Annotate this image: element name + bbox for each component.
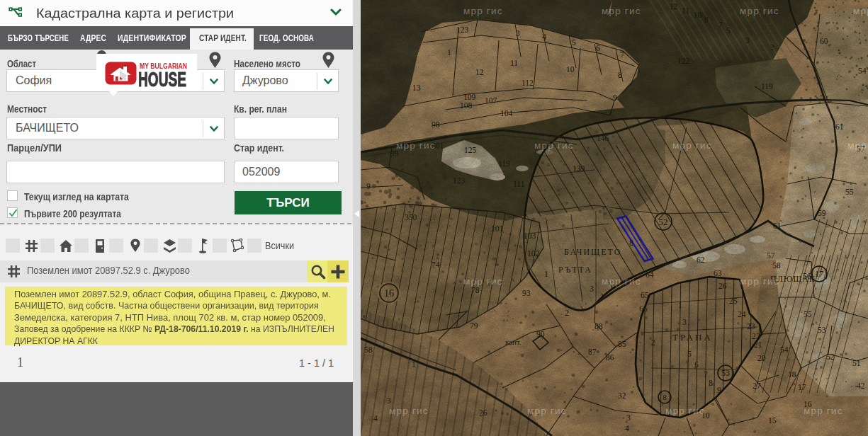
svg-text:3: 3 — [516, 29, 520, 38]
svg-text:мрр гис: мрр гис — [847, 140, 868, 151]
svg-text:53: 53 — [818, 326, 826, 334]
svg-text:мрр гис: мрр гис — [853, 6, 868, 16]
svg-text:9: 9 — [613, 93, 617, 102]
svg-text:мрр гис: мрр гис — [665, 406, 705, 416]
svg-text:61: 61 — [773, 222, 782, 230]
svg-text:3: 3 — [682, 318, 687, 326]
svg-text:54: 54 — [780, 345, 789, 354]
svg-text:8: 8 — [629, 239, 633, 247]
svg-text:64: 64 — [646, 270, 654, 279]
svg-text:9: 9 — [366, 182, 371, 190]
svg-text:123: 123 — [456, 25, 469, 34]
svg-text:51: 51 — [852, 359, 861, 367]
svg-text:6: 6 — [596, 44, 600, 52]
svg-text:88: 88 — [594, 322, 603, 331]
svg-text:кант.: кант. — [505, 338, 522, 346]
svg-text:85: 85 — [618, 340, 626, 348]
svg-text:13: 13 — [412, 84, 421, 92]
svg-text:5: 5 — [687, 350, 692, 358]
svg-text:57: 57 — [767, 251, 775, 260]
svg-text:10: 10 — [694, 11, 702, 19]
svg-text:мрр гис: мрр гис — [740, 6, 779, 16]
svg-text:62: 62 — [697, 256, 705, 264]
svg-text:78: 78 — [471, 286, 480, 294]
svg-text:3: 3 — [626, 413, 631, 422]
svg-text:4: 4 — [373, 414, 378, 423]
svg-text:87: 87 — [588, 348, 597, 356]
svg-text:7: 7 — [620, 50, 624, 59]
svg-text:мрр гис: мрр гис — [740, 276, 779, 287]
svg-text:74: 74 — [432, 260, 440, 269]
svg-text:2: 2 — [770, 43, 774, 52]
svg-text:107: 107 — [485, 96, 497, 105]
svg-text:58: 58 — [772, 261, 781, 270]
svg-text:90: 90 — [536, 330, 545, 338]
svg-text:55: 55 — [804, 310, 812, 319]
svg-text:26: 26 — [479, 408, 487, 417]
svg-text:17: 17 — [815, 269, 823, 279]
svg-text:17: 17 — [798, 383, 806, 391]
svg-text:3: 3 — [745, 36, 750, 45]
svg-text:3: 3 — [387, 396, 391, 405]
svg-text:мрр гис: мрр гис — [396, 140, 436, 151]
svg-text:2: 2 — [565, 309, 569, 317]
svg-text:54: 54 — [858, 67, 867, 75]
svg-text:55: 55 — [845, 188, 854, 196]
svg-text:11: 11 — [510, 59, 518, 67]
svg-text:ТРАПА: ТРАПА — [672, 332, 713, 343]
svg-text:5: 5 — [572, 38, 576, 47]
svg-text:16: 16 — [384, 288, 394, 299]
svg-text:мрр гис: мрр гис — [804, 406, 843, 416]
svg-text:53: 53 — [721, 368, 730, 378]
svg-text:БАЧИЩЕТО: БАЧИЩЕТО — [564, 247, 621, 257]
svg-text:мрр гис: мрр гис — [602, 276, 641, 287]
svg-text:мрр гис: мрр гис — [463, 276, 503, 287]
svg-text:1: 1 — [412, 360, 416, 369]
svg-text:350: 350 — [405, 213, 417, 222]
svg-text:101: 101 — [491, 224, 504, 233]
svg-text:103: 103 — [524, 231, 536, 240]
svg-text:1: 1 — [544, 270, 548, 278]
svg-text:8: 8 — [704, 16, 709, 24]
svg-text:22: 22 — [752, 332, 760, 340]
svg-text:4: 4 — [542, 33, 546, 41]
svg-text:мрр гис: мрр гис — [672, 140, 712, 151]
svg-text:15: 15 — [768, 416, 777, 425]
svg-text:10: 10 — [566, 65, 575, 74]
svg-text:93: 93 — [522, 289, 531, 297]
svg-text:52: 52 — [826, 352, 835, 361]
svg-text:102: 102 — [527, 249, 540, 258]
svg-text:104: 104 — [500, 109, 513, 117]
svg-text:66: 66 — [639, 304, 648, 313]
svg-text:27: 27 — [753, 382, 761, 390]
svg-text:мрр гис: мрр гис — [389, 406, 429, 416]
svg-text:146: 146 — [597, 134, 609, 142]
svg-text:125: 125 — [464, 146, 477, 154]
svg-text:9: 9 — [717, 386, 721, 394]
svg-text:23: 23 — [747, 322, 755, 331]
svg-text:119: 119 — [761, 82, 773, 91]
svg-text:7: 7 — [718, 21, 723, 29]
svg-text:109: 109 — [463, 93, 476, 101]
svg-text:4: 4 — [625, 424, 629, 432]
svg-text:8: 8 — [709, 379, 713, 387]
svg-text:61: 61 — [835, 122, 844, 131]
svg-text:59: 59 — [818, 209, 826, 217]
svg-text:мрр гис: мрр гис — [602, 6, 641, 16]
svg-text:20: 20 — [757, 354, 766, 362]
svg-text:7: 7 — [704, 370, 708, 379]
svg-text:1: 1 — [678, 301, 682, 309]
svg-text:2: 2 — [651, 338, 655, 347]
svg-text:6: 6 — [694, 360, 699, 369]
svg-text:21: 21 — [754, 340, 762, 349]
svg-text:42: 42 — [857, 382, 865, 390]
svg-text:112: 112 — [522, 79, 534, 87]
svg-text:79: 79 — [470, 321, 478, 330]
svg-text:12: 12 — [670, 2, 678, 11]
svg-text:98: 98 — [432, 120, 440, 129]
svg-text:8: 8 — [663, 393, 667, 401]
svg-text:26: 26 — [718, 282, 727, 290]
svg-text:мрр гис: мрр гис — [534, 140, 574, 151]
svg-text:122: 122 — [677, 57, 690, 65]
svg-text:мрр гис: мрр гис — [527, 406, 567, 416]
